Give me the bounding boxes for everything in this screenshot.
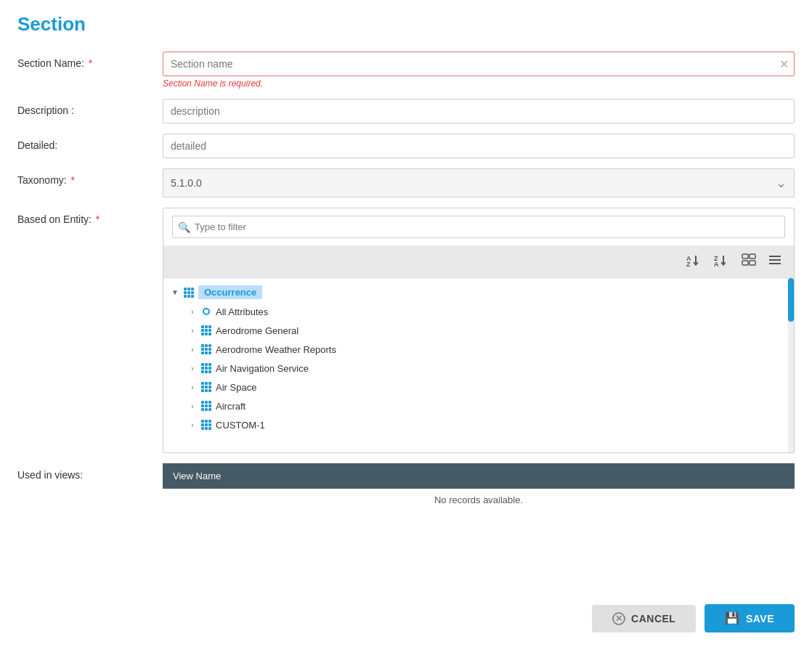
chevron-right-icon: › — [187, 381, 198, 393]
scrollbar-thumb[interactable] — [788, 278, 794, 322]
based-on-entity-field: 🔍 A Z — [163, 208, 795, 453]
node-label: Air Space — [216, 382, 256, 393]
taxonomy-row: Taxonomy: * 5.1.0.0 ⌄ — [17, 168, 795, 198]
save-button[interactable]: 💾 SAVE — [705, 604, 795, 632]
grid-icon — [200, 324, 213, 337]
node-label: Air Navigation Service — [216, 363, 309, 374]
description-field — [163, 99, 795, 123]
sort-az-button[interactable]: A Z — [683, 252, 705, 272]
used-in-views-label: Used in views: — [17, 463, 163, 481]
scrollbar-track — [788, 278, 794, 452]
save-icon: 💾 — [725, 611, 740, 625]
az-sort-icon: A Z — [686, 253, 702, 266]
clear-icon[interactable]: ✕ — [779, 57, 789, 71]
section-name-label: Section Name: * — [17, 52, 163, 69]
svg-rect-8 — [742, 261, 748, 265]
description-input[interactable] — [163, 99, 795, 123]
detailed-input[interactable] — [163, 134, 795, 158]
node-label: Aerodrome Weather Reports — [216, 344, 336, 355]
circle-icon — [200, 305, 213, 318]
search-icon: 🔍 — [178, 221, 190, 233]
grid-icon — [200, 362, 213, 375]
detailed-label: Detailed: — [17, 134, 163, 151]
cancel-button[interactable]: ✕ CANCEL — [592, 605, 696, 632]
entity-toolbar: A Z Z A — [163, 246, 794, 278]
za-sort-icon: Z A — [714, 253, 730, 266]
svg-text:Z: Z — [686, 261, 691, 266]
svg-rect-6 — [742, 254, 748, 259]
entity-panel: 🔍 A Z — [163, 208, 795, 453]
empty-msg: No records available. — [163, 489, 795, 511]
based-on-entity-label: Based on Entity: * — [17, 208, 163, 225]
required-marker: * — [96, 213, 100, 225]
detailed-row: Detailed: — [17, 134, 795, 158]
node-label: Aerodrome General — [216, 325, 299, 336]
list-view-button[interactable] — [765, 252, 785, 272]
description-label: Description : — [17, 99, 163, 116]
section-name-field: ✕ Section Name is required. — [163, 52, 795, 89]
section-name-error: Section Name is required. — [163, 78, 795, 89]
group-icon — [742, 253, 756, 266]
cancel-icon: ✕ — [612, 612, 625, 625]
cancel-label: CANCEL — [631, 613, 675, 624]
grid-icon — [200, 381, 213, 394]
tree-node-air-space[interactable]: ›Air Space — [181, 378, 794, 396]
tree-node-air-navigation-service[interactable]: ›Air Navigation Service — [181, 359, 794, 378]
section-name-input[interactable] — [163, 52, 795, 76]
empty-row: No records available. — [163, 489, 795, 511]
used-in-views-table-container: View Name No records available. — [163, 463, 795, 511]
view-name-header: View Name — [163, 463, 795, 489]
required-marker: * — [89, 57, 92, 69]
tree-node-all-attributes[interactable]: ›All Attributes — [181, 302, 794, 321]
node-label: CUSTOM-1 — [216, 420, 265, 431]
taxonomy-select[interactable]: 5.1.0.0 ⌄ — [163, 168, 795, 198]
based-on-entity-row: Based on Entity: * 🔍 A Z — [17, 208, 795, 453]
chevron-right-icon: › — [187, 306, 198, 317]
list-icon — [768, 253, 782, 266]
node-label: All Attributes — [216, 306, 268, 317]
filter-row: 🔍 — [163, 208, 794, 246]
tree-node-aircraft[interactable]: ›Aircraft — [181, 396, 794, 415]
chevron-right-icon: › — [187, 362, 198, 374]
entity-tree: ▼ Occurrence ›All Attributes›Aerodrome G… — [163, 278, 794, 452]
used-in-views-row: Used in views: View Name No records avai… — [17, 463, 795, 511]
chevron-down-icon: ▼ — [169, 287, 181, 298]
grid-icon — [200, 399, 213, 412]
filter-input-wrapper: 🔍 — [172, 216, 785, 238]
views-table: View Name No records available. — [163, 463, 795, 511]
svg-text:A: A — [714, 261, 719, 266]
page-title: Section — [17, 13, 795, 36]
entity-filter-input[interactable] — [172, 216, 785, 238]
grid-icon — [200, 343, 213, 356]
required-marker: * — [71, 174, 75, 186]
chevron-right-icon: › — [187, 325, 198, 336]
tree-node-aerodrome-weather-reports[interactable]: ›Aerodrome Weather Reports — [181, 340, 794, 359]
occurrence-label: Occurrence — [198, 285, 262, 299]
detailed-field — [163, 134, 795, 158]
node-label: Aircraft — [216, 401, 245, 412]
tree-node-custom-1[interactable]: ›CUSTOM-1 — [181, 415, 794, 434]
chevron-down-icon: ⌄ — [776, 175, 787, 191]
group-button[interactable] — [739, 252, 759, 272]
section-name-row: Section Name: * ✕ Section Name is requir… — [17, 52, 795, 89]
svg-rect-9 — [750, 261, 755, 265]
description-row: Description : — [17, 99, 795, 123]
save-label: SAVE — [746, 613, 774, 624]
grid-icon — [182, 286, 195, 299]
tree-node-aerodrome-general[interactable]: ›Aerodrome General — [181, 321, 794, 340]
chevron-right-icon: › — [187, 343, 198, 355]
chevron-right-icon: › — [187, 400, 198, 412]
grid-icon — [200, 418, 213, 431]
bottom-bar: ✕ CANCEL 💾 SAVE — [592, 604, 795, 632]
svg-rect-7 — [750, 254, 755, 259]
sort-za-button[interactable]: Z A — [711, 252, 733, 272]
section-name-input-wrapper: ✕ — [163, 52, 795, 76]
tree-node-occurrence[interactable]: ▼ Occurrence — [163, 282, 794, 302]
tree-children: ›All Attributes›Aerodrome General›Aerodr… — [181, 302, 794, 434]
taxonomy-label: Taxonomy: * — [17, 168, 163, 186]
taxonomy-field: 5.1.0.0 ⌄ — [163, 168, 795, 198]
chevron-right-icon: › — [187, 419, 198, 431]
taxonomy-value: 5.1.0.0 — [171, 177, 202, 189]
